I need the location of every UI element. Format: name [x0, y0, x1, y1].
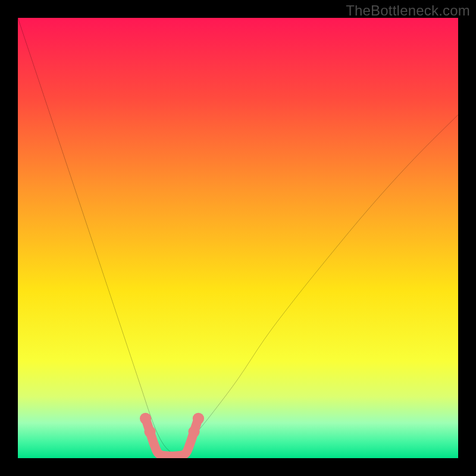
bottleneck-curve — [18, 18, 458, 454]
svg-point-4 — [193, 413, 204, 424]
chart-container: TheBottleneck.com — [0, 0, 476, 476]
svg-point-3 — [188, 426, 199, 437]
watermark-text: TheBottleneck.com — [346, 2, 470, 19]
svg-point-2 — [144, 426, 155, 437]
marker-band — [146, 418, 199, 456]
svg-point-1 — [140, 413, 151, 424]
curve-layer — [18, 18, 458, 458]
plot-area — [18, 18, 458, 458]
